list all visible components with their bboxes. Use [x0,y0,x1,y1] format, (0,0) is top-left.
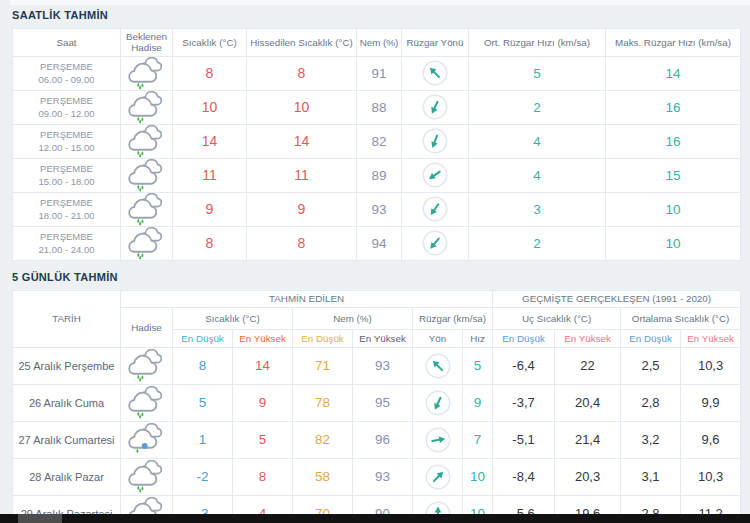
weather-forecast-page: SAATLİK TAHMİN SaatBeklenen HadiseSıcakl… [0,0,750,523]
average-low-cell: 2,5 [621,347,681,384]
column-header-maks-ruzgar-hizi: Maks. Rüzgar Hızı (km/sa) [606,29,741,57]
wind-direction-cell [413,421,463,458]
temperature-cell: 9 [173,192,247,226]
hourly-row: PERŞEMBE15.00 - 18.00111189415 [13,158,741,192]
day-label: PERŞEMBE [13,60,120,73]
wind-speed-cell: 9 [463,384,493,421]
wind-direction-arrow-icon [425,353,451,379]
time-range-label: 09.00 - 12.00 [13,107,120,120]
horizontal-scrollbar-track[interactable] [0,514,750,523]
hourly-forecast-title: SAATLİK TAHMİN [12,9,740,21]
cloud-rain-icon [125,57,169,90]
temp-high-cell: 14 [233,347,293,384]
average-high-cell: 10,3 [681,347,741,384]
column-header-uc-sicaklik: Uç Sıcaklık (°C) [493,307,621,329]
hourly-row: PERŞEMBE12.00 - 15.00141482416 [13,124,741,158]
humidity-low-cell: 78 [293,384,353,421]
weather-icon-cell [121,421,173,458]
max-wind-cell: 16 [606,90,741,124]
max-wind-cell: 16 [606,124,741,158]
column-header-ruzgar-yonu: Rüzgar Yönü [402,29,469,57]
temp-high-cell: 9 [233,384,293,421]
wind-direction-arrow-icon [425,427,451,453]
avg-wind-cell: 2 [469,226,606,260]
feels-like-cell: 8 [247,226,357,260]
top-strip [10,0,750,5]
average-low-cell: 2,8 [621,384,681,421]
day-label: PERŞEMBE [13,230,120,243]
temperature-cell: 14 [173,124,247,158]
column-header-ruzgar: Rüzgar (km/sa) [413,307,493,329]
column-group-forecast: TAHMİN EDİLEN [121,290,493,307]
weather-icon-cell [121,90,173,124]
feels-like-cell: 9 [247,192,357,226]
feels-like-cell: 11 [247,158,357,192]
daily-header-group-row: TARİHTAHMİN EDİLENGEÇMİŞTE GERÇEKLEŞEN (… [13,290,741,307]
column-header-ort-ruzgar-hizi: Ort. Rüzgar Hızı (km/sa) [469,29,606,57]
subheader-wind-speed: Hız [463,329,493,347]
humidity-cell: 93 [357,192,402,226]
temp-low-cell: 5 [173,384,233,421]
temp-high-cell: 5 [233,421,293,458]
cloud-rain-icon [125,349,169,382]
humidity-high-cell: 93 [353,458,413,495]
hourly-forecast-section: SAATLİK TAHMİN SaatBeklenen HadiseSıcakl… [12,9,740,261]
max-wind-cell: 15 [606,158,741,192]
wind-direction-arrow-icon [422,230,448,256]
horizontal-scrollbar-thumb[interactable] [18,514,62,523]
time-cell: PERŞEMBE09.00 - 12.00 [13,90,121,124]
daily-row: 28 Aralık Pazar-28589310-8,420,33,110,3 [13,458,741,495]
time-range-label: 12.00 - 15.00 [13,141,120,154]
temp-high-cell: 8 [233,458,293,495]
weather-icon-cell [121,458,173,495]
day-label: PERŞEMBE [13,196,120,209]
weather-icon-cell [121,56,173,90]
max-wind-cell: 10 [606,226,741,260]
weather-icon-cell [121,192,173,226]
date-cell: 25 Aralık Perşembe [13,347,121,384]
hourly-forecast-table: SaatBeklenen HadiseSıcaklık (°C)Hissedil… [12,28,741,261]
column-header-tarih: TARİH [13,290,121,347]
time-range-label: 21.00 - 24.00 [13,243,120,256]
subheader-wind-direction: Yön [413,329,463,347]
average-low-cell: 3,1 [621,458,681,495]
avg-wind-cell: 4 [469,158,606,192]
cloud-rain-icon [125,125,169,158]
cloud-rain-icon [125,386,169,419]
average-high-cell: 9,9 [681,384,741,421]
daily-row: 27 Aralık Cumartesi1582967-5,121,43,29,6 [13,421,741,458]
wind-speed-cell: 10 [463,458,493,495]
max-wind-cell: 10 [606,192,741,226]
hourly-row: PERŞEMBE09.00 - 12.00101088216 [13,90,741,124]
wind-direction-arrow-icon [422,60,448,86]
column-header-saat: Saat [13,29,121,57]
date-cell: 27 Aralık Cumartesi [13,421,121,458]
wind-direction-cell [402,56,469,90]
wind-direction-cell [413,458,463,495]
wind-direction-cell [402,226,469,260]
temp-low-cell: 8 [173,347,233,384]
wind-direction-arrow-icon [422,94,448,120]
humidity-cell: 82 [357,124,402,158]
cloud-rain-icon [125,460,169,493]
feels-like-cell: 10 [247,90,357,124]
column-header-sicaklik: Sıcaklık (°C) [173,307,293,329]
subheader-temp-high: En Yüksek [233,329,293,347]
wind-direction-cell [402,192,469,226]
temperature-cell: 8 [173,226,247,260]
day-label: PERŞEMBE [13,94,120,107]
column-header-sicaklik: Sıcaklık (°C) [173,29,247,57]
column-header-beklenen-hadise: Beklenen Hadise [121,29,173,57]
cloud-rain-icon [125,227,169,260]
column-header-hissedilen-sicaklik: Hissedilen Sıcaklık (°C) [247,29,357,57]
avg-wind-cell: 3 [469,192,606,226]
wind-speed-cell: 5 [463,347,493,384]
subheader-extreme-low: En Düşük [493,329,555,347]
humidity-cell: 91 [357,56,402,90]
weather-icon-cell [121,158,173,192]
hourly-row: PERŞEMBE06.00 - 09.008891514 [13,56,741,90]
extreme-high-cell: 20,3 [555,458,621,495]
wind-direction-arrow-icon [422,196,448,222]
humidity-cell: 88 [357,90,402,124]
temperature-cell: 8 [173,56,247,90]
